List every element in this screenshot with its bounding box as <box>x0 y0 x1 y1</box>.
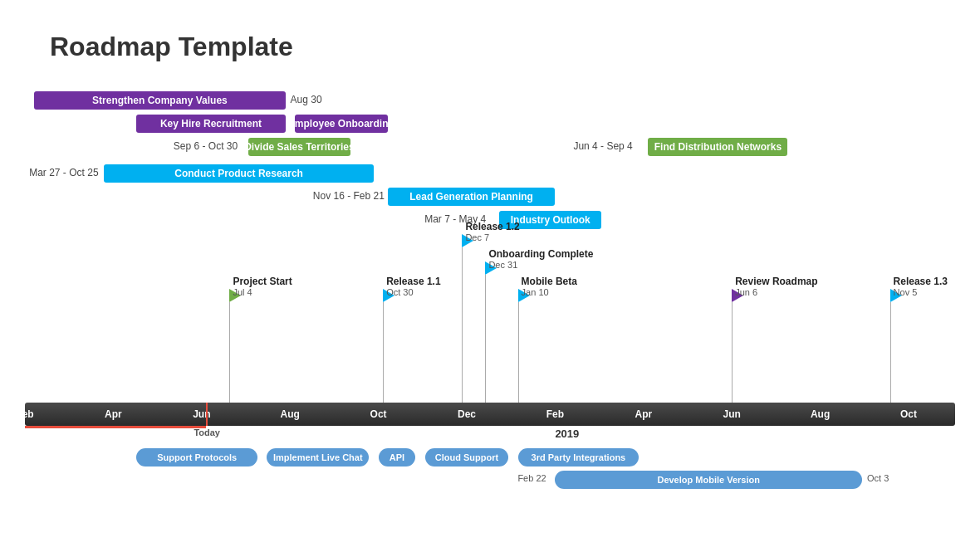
axis-tick: Jun <box>723 408 741 420</box>
bar-employee-onboarding: Employee Onboarding <box>295 115 388 133</box>
bottom-pill-0[interactable]: Support Protocols <box>136 448 257 467</box>
milestone-date-release-1-2: Dec 7 <box>465 232 489 242</box>
milestone-line-release-1-2 <box>462 247 463 403</box>
bar-prefix-find-distribution: Jun 4 - Sep 4 <box>573 140 632 152</box>
bar-strengthen: Strengthen Company Values <box>34 91 285 110</box>
axis-tick: Oct <box>370 408 387 420</box>
page-title: Roadmap Template <box>50 32 293 62</box>
bottom-pill-3[interactable]: Cloud Support <box>425 448 509 467</box>
bar-prefix-lead-generation: Nov 16 - Feb 21 <box>313 190 385 202</box>
axis-tick: Aug <box>811 408 830 420</box>
milestone-line-project-start <box>229 302 230 403</box>
today-line <box>206 403 208 426</box>
milestone-label-review-roadmap: Review Roadmap <box>735 276 817 287</box>
pill-prefix-5: Feb 22 <box>517 473 546 483</box>
today-red-marker <box>25 426 206 428</box>
milestone-label-project-start: Project Start <box>233 276 292 287</box>
axis-tick: Apr <box>105 408 122 420</box>
axis-tick: Aug <box>281 408 300 420</box>
bottom-pill-5[interactable]: Develop Mobile Version <box>555 471 862 489</box>
timeline-area: FebAprJunAugOctDecFebAprJunAugOct2019Tod… <box>25 91 955 535</box>
axis-tick: Feb <box>16 408 33 420</box>
milestone-line-review-roadmap <box>732 302 733 403</box>
milestone-date-onboarding-complete: Dec 31 <box>488 260 517 270</box>
milestone-label-release-1-3: Release 1.3 <box>894 276 948 287</box>
year-label: 2019 <box>555 427 579 440</box>
axis-tick: Oct <box>900 408 917 420</box>
bar-key-hire: Key Hire Recruitment <box>136 115 285 133</box>
bar-prefix-divide-sales: Sep 6 - Oct 30 <box>174 140 238 152</box>
bar-prefix-conduct-product: Mar 27 - Oct 25 <box>29 167 98 178</box>
milestone-label-release-1-2: Release 1.2 <box>465 221 519 232</box>
bottom-pill-2[interactable]: API <box>379 448 416 467</box>
milestone-line-release-1-1 <box>383 302 384 403</box>
today-label: Today <box>194 427 220 437</box>
bar-find-distribution: Find Distribution Networks <box>648 138 787 156</box>
milestone-date-mobile-beta: Jan 10 <box>522 287 549 297</box>
milestone-label-onboarding-complete: Onboarding Complete <box>488 248 593 260</box>
bottom-pill-1[interactable]: Implement Live Chat <box>267 448 369 467</box>
milestone-date-project-start: Jul 4 <box>233 287 252 297</box>
axis-tick: Apr <box>635 408 652 420</box>
milestone-date-release-1-1: Oct 30 <box>386 287 413 297</box>
bar-suffix-strengthen: Aug 30 <box>291 94 322 105</box>
bar-divide-sales: Divide Sales Territories <box>248 138 350 156</box>
bottom-pill-4[interactable]: 3rd Party Integrations <box>518 448 639 467</box>
milestone-date-review-roadmap: Jun 6 <box>735 287 757 297</box>
milestone-label-release-1-1: Release 1.1 <box>386 276 440 287</box>
pill-suffix-5: Oct 3 <box>867 473 889 483</box>
bar-conduct-product: Conduct Product Research <box>104 164 374 183</box>
axis-tick: Dec <box>458 408 476 420</box>
milestone-line-mobile-beta <box>518 302 519 403</box>
milestone-line-release-1-3 <box>890 302 891 403</box>
axis-tick: Feb <box>546 408 564 420</box>
milestone-line-onboarding-complete <box>485 275 486 403</box>
timeline-axis: FebAprJunAugOctDecFebAprJunAugOct <box>25 403 955 426</box>
milestone-date-release-1-3: Nov 5 <box>894 287 918 297</box>
bar-lead-generation: Lead Generation Planning <box>388 188 556 206</box>
milestone-label-mobile-beta: Mobile Beta <box>522 276 577 287</box>
